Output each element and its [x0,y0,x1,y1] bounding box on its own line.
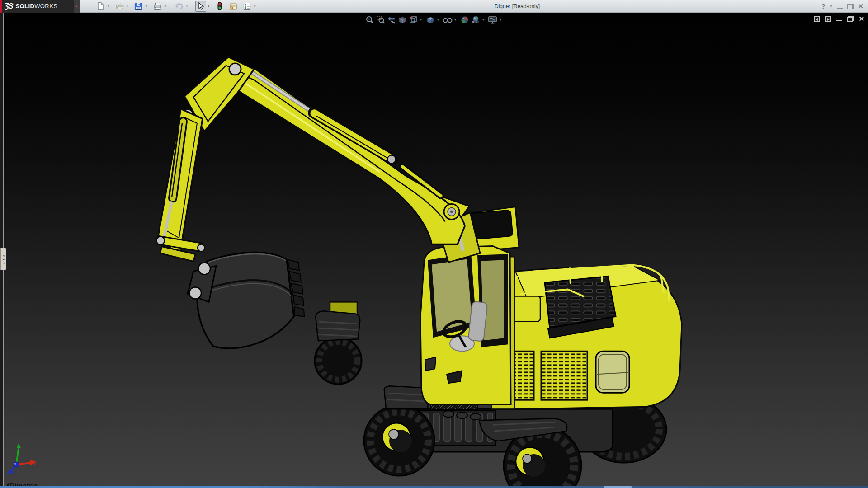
front-left-wheel[interactable] [364,405,434,476]
hide-show-items-button[interactable] [442,14,453,25]
save-icon [134,2,142,10]
select-cursor-icon [197,2,204,10]
window-title: Digger [Read-only] [495,3,540,9]
options-dropdown-caret[interactable]: ▾ [252,5,257,8]
view-orientation-caret[interactable]: ▾ [419,18,423,22]
brand-name-light: WORKS [34,3,57,9]
zoom-to-fit-icon [365,15,374,24]
view-orientation-icon [409,15,418,24]
options-icon [243,2,251,10]
splitter-arrow-icon: ◂ [3,258,5,261]
close-button[interactable]: ✕ [858,2,863,10]
help-button[interactable]: ? [821,3,826,10]
panel-splitter-handle[interactable]: ◂ ◂ ◂ [0,248,6,270]
hide-show-items-caret[interactable]: ▾ [453,18,458,22]
save-dropdown-caret[interactable]: ▾ [144,5,149,8]
open-document-button[interactable] [114,1,125,12]
select-dropdown-caret[interactable]: ▾ [206,5,211,8]
open-document-icon [115,2,124,10]
display-style-caret[interactable]: ▾ [436,18,440,22]
menu-expand-arrow[interactable]: ▸ [74,0,80,13]
pane-toggle-right-icon[interactable] [825,16,831,22]
edit-appearance-icon [460,15,469,24]
file-properties-icon [229,2,238,10]
traffic-light-icon [217,2,222,10]
splitter-arrow-icon: ◂ [3,254,5,257]
graphics-viewport[interactable]: ▾ ▾ ▾ [0,13,868,488]
print-icon [153,2,162,10]
boom-arm[interactable] [212,58,465,244]
section-view-button[interactable] [397,14,408,25]
main-toolbar: ▾ ▾ ▾ [95,0,260,13]
dipper-arm[interactable] [157,109,203,253]
titlebar: ƷS SOLID WORKS ▸ ▾ ▾ [0,0,868,13]
apply-scene-caret[interactable]: ▾ [481,18,486,22]
new-document-icon [96,2,104,10]
section-view-icon [398,15,407,24]
splitter-arrow-icon: ◂ [3,261,5,264]
taskbar-item-glow [604,486,632,488]
brand-name-bold: SOLID [15,3,34,9]
hide-show-items-icon [443,15,453,24]
bucket[interactable] [188,252,304,348]
rebuild-button[interactable] [214,1,225,12]
view-settings-caret[interactable]: ▾ [498,18,503,22]
select-cursor-button[interactable] [195,1,206,12]
restore-button[interactable] [847,4,854,9]
undo-dropdown-caret[interactable]: ▾ [184,5,189,8]
minimize-button[interactable] [837,8,843,9]
excavator-model[interactable] [0,13,868,488]
new-dropdown-caret[interactable]: ▾ [106,5,111,8]
solidworks-logo: ƷS SOLID WORKS [0,0,74,13]
zoom-to-area-button[interactable] [375,14,386,25]
view-orientation-button[interactable] [408,14,419,25]
engine-housing[interactable] [486,265,682,409]
view-settings-icon [488,15,498,24]
print-button[interactable] [152,1,163,12]
undo-icon [175,2,184,10]
pane-toggle-left-icon[interactable] [814,16,820,22]
zoom-to-fit-button[interactable] [364,14,375,25]
heads-up-toolbar: ▾ ▾ ▾ [364,14,505,25]
new-document-button[interactable] [95,1,106,12]
display-style-icon [426,15,435,24]
restore-document-button[interactable] [847,16,854,22]
boom-cylinder[interactable] [244,67,396,164]
zoom-to-area-icon [376,15,385,24]
print-dropdown-caret[interactable]: ▾ [163,5,168,8]
orientation-triad [5,442,41,476]
save-button[interactable] [133,1,144,12]
solidworks-logo-icon: ƷS [5,2,13,10]
minimize-document-button[interactable] [836,20,842,21]
previous-view-button[interactable] [386,14,397,25]
undo-button[interactable] [174,1,184,12]
taskbar-edge [0,486,868,488]
apply-scene-button[interactable] [470,14,481,25]
close-document-button[interactable]: ✕ [859,16,864,22]
open-dropdown-caret[interactable]: ▾ [125,5,130,8]
previous-view-icon [387,15,396,24]
display-style-button[interactable] [425,14,436,25]
file-properties-button[interactable] [228,1,239,12]
rear-left-wheel[interactable] [315,302,362,384]
help-dropdown-caret[interactable]: ▾ [829,5,833,8]
options-button[interactable] [241,1,252,12]
edit-appearance-button[interactable] [459,14,470,25]
apply-scene-icon [471,15,480,24]
titlebar-controls: ? ▾ ✕ [821,0,863,13]
document-window-controls: ✕ [814,16,864,22]
view-settings-button[interactable] [487,14,498,25]
